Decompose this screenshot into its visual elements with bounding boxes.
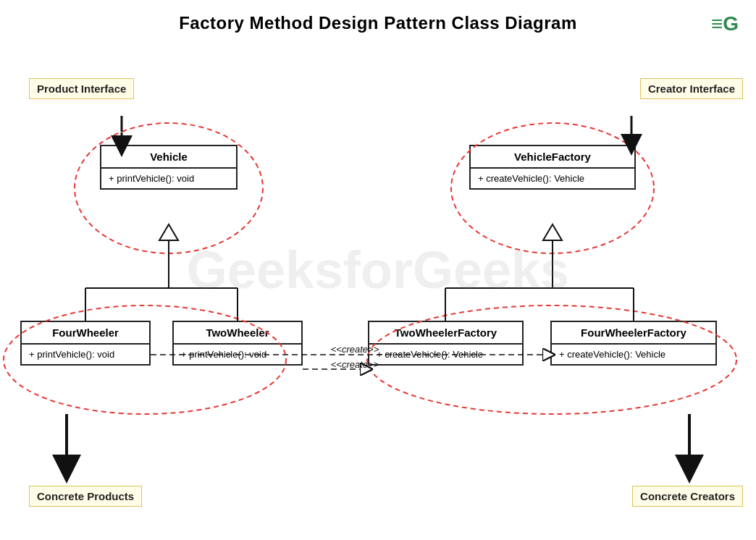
svg-marker-21 <box>543 224 562 240</box>
vehicle-factory-class-method: + createVehicle(): Vehicle <box>471 169 634 188</box>
two-wheeler-factory-class-method: + createVehicle(): Vehicle <box>369 345 522 364</box>
two-wheeler-class-method: + printVehicle(): void <box>174 345 301 364</box>
vehicle-factory-class: VehicleFactory + createVehicle(): Vehicl… <box>469 145 636 190</box>
product-interface-label: Product Interface <box>29 78 134 99</box>
two-wheeler-factory-class: TwoWheelerFactory + createVehicle(): Veh… <box>368 321 524 366</box>
svg-marker-16 <box>159 224 178 240</box>
vehicle-class: Vehicle + printVehicle(): void <box>100 145 238 190</box>
diagram-container: Factory Method Design Pattern Class Diag… <box>0 0 756 540</box>
two-wheeler-class-title: TwoWheeler <box>174 322 301 345</box>
svg-text:≡G: ≡G <box>711 12 739 35</box>
four-wheeler-factory-class-method: + createVehicle(): Vehicle <box>552 345 715 364</box>
diagram-title: Factory Method Design Pattern Class Diag… <box>0 0 756 33</box>
concrete-products-label: Concrete Products <box>29 486 142 507</box>
four-wheeler-factory-class: FourWheelerFactory + createVehicle(): Ve… <box>550 321 717 366</box>
creator-interface-label: Creator Interface <box>640 78 743 99</box>
four-wheeler-class: FourWheeler + printVehicle(): void <box>20 321 151 366</box>
vehicle-class-title: Vehicle <box>101 146 236 169</box>
two-wheeler-class: TwoWheeler + printVehicle(): void <box>172 321 303 366</box>
two-wheeler-factory-class-title: TwoWheelerFactory <box>369 322 522 345</box>
vehicle-factory-class-title: VehicleFactory <box>471 146 634 169</box>
gfg-logo: ≡G <box>710 10 742 36</box>
four-wheeler-class-title: FourWheeler <box>22 322 149 345</box>
concrete-creators-label: Concrete Creators <box>632 486 743 507</box>
four-wheeler-class-method: + printVehicle(): void <box>22 345 149 364</box>
four-wheeler-factory-class-title: FourWheelerFactory <box>552 322 715 345</box>
vehicle-class-method: + printVehicle(): void <box>101 169 236 188</box>
watermark: GeeksforGeeks <box>187 240 569 300</box>
